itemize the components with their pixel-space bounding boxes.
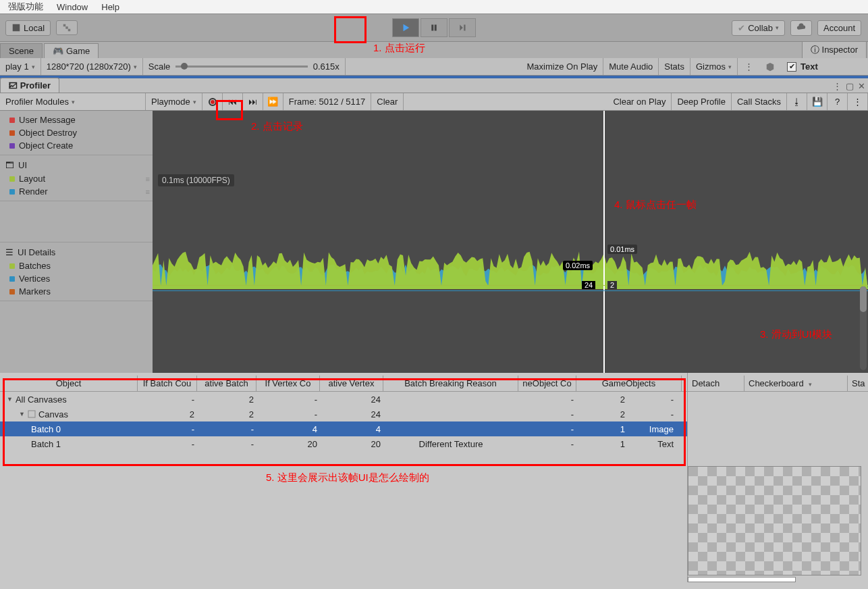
- module-ui: 🗔UI Layout≡ Render≡: [0, 155, 153, 201]
- mute-audio-toggle[interactable]: Mute Audio: [603, 58, 659, 75]
- gizmos-dropdown[interactable]: Gizmos ▾: [690, 58, 738, 75]
- module-header[interactable]: ☰UI Details: [0, 245, 153, 259]
- module-item[interactable]: Vertices: [0, 272, 153, 285]
- scrub-value-1: 0.02ms: [563, 261, 593, 270]
- account-label: Account: [823, 23, 855, 33]
- col-object[interactable]: Object: [0, 376, 138, 391]
- skip-end-icon: ⏩: [267, 97, 278, 107]
- profiler-icon: 🗠: [9, 80, 18, 91]
- play-button[interactable]: [392, 18, 419, 37]
- pivot-icon: [11, 23, 21, 32]
- account-button[interactable]: Account: [817, 20, 861, 36]
- clear-button[interactable]: Clear: [371, 93, 404, 110]
- col-gameobjects[interactable]: GameObjects: [576, 376, 682, 391]
- game-icon: 🎮: [53, 46, 63, 56]
- grid-icon: [62, 23, 72, 32]
- step-button[interactable]: [449, 18, 476, 37]
- details-preview: Detach Checkerboard ▾ Sta: [687, 373, 868, 582]
- playmode-dropdown[interactable]: Playmode: [146, 93, 202, 110]
- module-item[interactable]: Batches: [0, 259, 153, 272]
- clear-on-play-toggle[interactable]: Clear on Play: [607, 93, 672, 110]
- preview-extra-col[interactable]: Sta: [848, 376, 868, 391]
- frame-prev-button[interactable]: ⏮: [223, 93, 243, 110]
- cube-icon: [765, 62, 775, 72]
- help-button[interactable]: ?: [828, 93, 848, 110]
- deep-profile-toggle[interactable]: Deep Profile: [672, 93, 732, 110]
- tab-scene[interactable]: Scene: [0, 43, 43, 58]
- profiler-modules-panel[interactable]: User Message Object Destroy Object Creat…: [0, 111, 153, 373]
- gizmo-toggle-button[interactable]: [56, 20, 78, 35]
- close-window-icon[interactable]: ✕: [858, 81, 865, 91]
- tab-game[interactable]: 🎮Game: [44, 43, 99, 58]
- col-cum-vertex[interactable]: ative Vertex: [320, 376, 383, 391]
- expand-icon[interactable]: ▼: [19, 411, 25, 417]
- batches-badge: 24: [582, 281, 595, 289]
- module-item[interactable]: Object Destroy: [0, 126, 153, 139]
- table-row[interactable]: Batch 0--44-1Image: [0, 421, 687, 436]
- profiler-modules-dropdown[interactable]: Profiler Modules: [0, 93, 146, 110]
- scale-slider[interactable]: Scale 0.615x: [143, 58, 346, 75]
- maximize-on-play-toggle[interactable]: Maximize On Play: [522, 58, 604, 75]
- cloud-button[interactable]: [790, 20, 812, 36]
- drag-handle-icon[interactable]: ≡: [146, 175, 148, 183]
- load-button[interactable]: ⭳: [787, 93, 807, 110]
- maximize-window-icon[interactable]: ▢: [846, 81, 854, 91]
- scrollbar-thumb[interactable]: [860, 286, 867, 312]
- checkerboard-dropdown[interactable]: Checkerboard ▾: [744, 376, 848, 391]
- ui-legend-label: Layout: [19, 174, 45, 184]
- main-toolbar: Local ✔ Collab ▾ Account: [0, 14, 868, 42]
- svg-point-1: [211, 100, 215, 104]
- chart-scrollbar[interactable]: [860, 286, 867, 370]
- col-batch-count[interactable]: If Batch Cou: [138, 376, 197, 391]
- menu-item[interactable]: Help: [94, 2, 126, 12]
- profiler-menu-icon[interactable]: ⋮: [833, 81, 842, 91]
- module-item[interactable]: Markers: [0, 285, 153, 298]
- enable-checkbox[interactable]: ✔: [787, 62, 796, 72]
- col-break-reason[interactable]: Batch Breaking Reason: [383, 376, 518, 391]
- drag-handle-icon[interactable]: ≡: [146, 188, 148, 196]
- scale-label: Scale: [148, 61, 171, 72]
- resolution-dropdown[interactable]: 1280*720 (1280x720) ▾: [41, 58, 143, 75]
- menu-item[interactable]: 强版功能: [1, 1, 50, 13]
- tab-inspector[interactable]: ⓘInspector: [802, 41, 867, 58]
- ui-icon: 🗔: [5, 160, 14, 170]
- local-label: Local: [24, 23, 45, 33]
- call-stacks-toggle[interactable]: Call Stacks: [732, 93, 787, 110]
- col-vertex-count[interactable]: If Vertex Co: [256, 376, 320, 391]
- table-row[interactable]: ▼All Canvases-2-24-2-: [0, 392, 687, 407]
- table-row[interactable]: ▼Canvas22-24-2-: [0, 407, 687, 421]
- module-item[interactable]: User Message: [0, 113, 153, 126]
- table-row[interactable]: Batch 1--2020Different Texture-1Text: [0, 436, 687, 451]
- module-item[interactable]: Object Create: [0, 139, 153, 152]
- options-menu-icon[interactable]: ⋮: [738, 61, 760, 72]
- bullet-icon: [9, 118, 15, 123]
- col-object-count[interactable]: neObject Co: [518, 376, 576, 391]
- right-toolbar: ✔ Collab ▾ Account: [732, 20, 864, 36]
- frame-next-button[interactable]: ⏭: [243, 93, 263, 110]
- event-label: Object Create: [19, 140, 73, 151]
- module-item[interactable]: Render≡: [0, 185, 153, 198]
- col-cum-batch[interactable]: ative Batch: [197, 376, 256, 391]
- display-dropdown[interactable]: play 1 ▾: [0, 58, 41, 75]
- scale-thumb[interactable]: [181, 63, 188, 70]
- menu-item[interactable]: Window: [50, 2, 94, 12]
- local-button[interactable]: Local: [5, 20, 51, 36]
- record-button[interactable]: [202, 93, 223, 110]
- tab-profiler[interactable]: 🗠 Profiler: [0, 78, 59, 93]
- detach-button[interactable]: Detach: [688, 376, 744, 391]
- profiler-chart[interactable]: 0.1ms (10000FPS) 0.02ms 0.01ms 24 2: [153, 111, 868, 373]
- scrub-line[interactable]: [603, 111, 605, 373]
- expand-icon[interactable]: ▼: [7, 396, 13, 403]
- module-item[interactable]: Layout≡: [0, 172, 153, 185]
- pause-button[interactable]: [421, 18, 447, 37]
- details-icon: ☰: [5, 247, 13, 257]
- preview-slider[interactable]: [688, 577, 796, 582]
- stats-toggle[interactable]: Stats: [659, 58, 690, 75]
- help-icon: ?: [835, 97, 840, 107]
- context-menu-button[interactable]: ⋮: [848, 93, 868, 110]
- profiler-body: User Message Object Destroy Object Creat…: [0, 111, 868, 373]
- module-header[interactable]: 🗔UI: [0, 158, 153, 172]
- collab-button[interactable]: ✔ Collab ▾: [732, 20, 785, 36]
- frame-latest-button[interactable]: ⏩: [263, 93, 283, 110]
- save-button[interactable]: 💾: [807, 93, 828, 110]
